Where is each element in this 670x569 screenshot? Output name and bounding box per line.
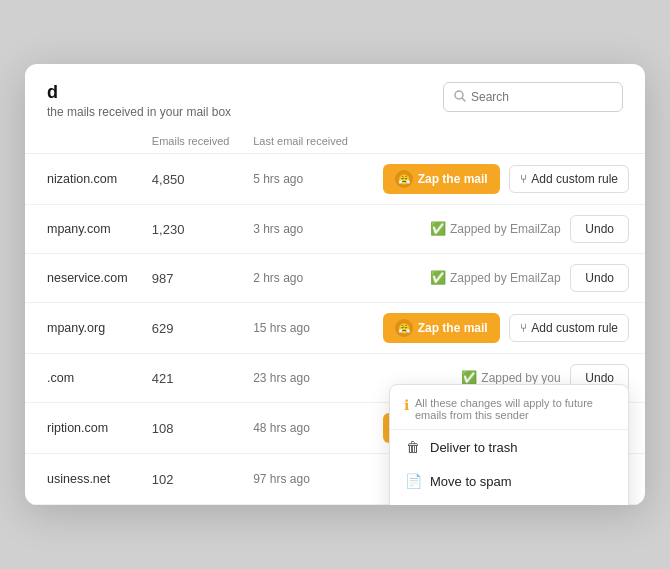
last-email-cell: 2 hrs ago [243,254,362,303]
emails-cell: 629 [142,303,243,354]
last-email-cell: 3 hrs ago [243,205,362,254]
sender-cell: mpany.com [25,205,142,254]
sender-cell: neservice.com [25,254,142,303]
emails-cell: 108 [142,403,243,454]
zap-button[interactable]: 😤 Zap the mail [383,164,500,194]
dropdown-item-mark-read[interactable]: ✏ Mark read [390,498,628,505]
col-last: Last email received [243,129,362,154]
page-title: d [47,82,231,103]
sender-cell: nization.com [25,154,142,205]
emails-cell: 4,850 [142,154,243,205]
dropdown-menu: ℹ All these changes will apply to future… [389,384,629,505]
spam-icon: 📄 [404,473,422,489]
last-email-cell: 23 hrs ago [243,354,362,403]
emails-cell: 102 [142,454,243,505]
header: d the mails received in your mail box [25,64,645,129]
actions-cell: 😤 Zap the mail ⑂ Add custom rule [362,154,645,205]
last-email-cell: 5 hrs ago [243,154,362,205]
zap-icon: 😤 [395,170,413,188]
zapped-label: ✅ Zapped by EmailZap [430,270,561,285]
col-sender [25,129,142,154]
fork-icon: ⑂ [520,172,527,186]
fork-icon: ⑂ [520,321,527,335]
info-icon: ℹ [404,397,409,413]
emails-cell: 1,230 [142,205,243,254]
dropdown-item-trash[interactable]: 🗑 Deliver to trash [390,430,628,464]
page-subtitle: the mails received in your mail box [47,105,231,119]
svg-line-1 [462,98,465,101]
undo-button[interactable]: Undo [570,264,629,292]
trash-icon: 🗑 [404,439,422,455]
search-bar[interactable] [443,82,623,112]
header-left: d the mails received in your mail box [47,82,231,119]
last-email-cell: 97 hrs ago [243,454,362,505]
zap-icon: 😤 [395,319,413,337]
col-emails: Emails received [142,129,243,154]
emails-cell: 421 [142,354,243,403]
table-row: nization.com 4,850 5 hrs ago 😤 Zap the m… [25,154,645,205]
main-window: d the mails received in your mail box Em… [25,64,645,505]
table-row: mpany.com 1,230 3 hrs ago ✅ Zapped by Em… [25,205,645,254]
dropdown-info: ℹ All these changes will apply to future… [390,389,628,430]
custom-rule-button[interactable]: ⑂ Add custom rule [509,165,629,193]
custom-rule-button[interactable]: ⑂ Add custom rule [509,314,629,342]
table-row: mpany.org 629 15 hrs ago 😤 Zap the mail … [25,303,645,354]
last-email-cell: 48 hrs ago [243,403,362,454]
sender-cell: mpany.org [25,303,142,354]
actions-cell: 😤 Zap the mail ⑂ Add custom rule [362,303,645,354]
table-row: neservice.com 987 2 hrs ago ✅ Zapped by … [25,254,645,303]
zapped-label: ✅ Zapped by EmailZap [430,221,561,236]
col-actions [362,129,645,154]
search-icon [454,88,466,106]
sender-cell: usiness.net [25,454,142,505]
emails-cell: 987 [142,254,243,303]
dropdown-info-text: All these changes will apply to future e… [415,397,614,421]
zap-button[interactable]: 😤 Zap the mail [383,313,500,343]
undo-button[interactable]: Undo [570,215,629,243]
search-input[interactable] [471,90,612,104]
zapped-label: ✅ Zapped by you [461,370,560,385]
sender-cell: ription.com [25,403,142,454]
actions-cell: ✅ Zapped by EmailZap Undo [362,205,645,254]
actions-cell: ✅ Zapped by EmailZap Undo [362,254,645,303]
last-email-cell: 15 hrs ago [243,303,362,354]
dropdown-item-spam[interactable]: 📄 Move to spam [390,464,628,498]
sender-cell: .com [25,354,142,403]
